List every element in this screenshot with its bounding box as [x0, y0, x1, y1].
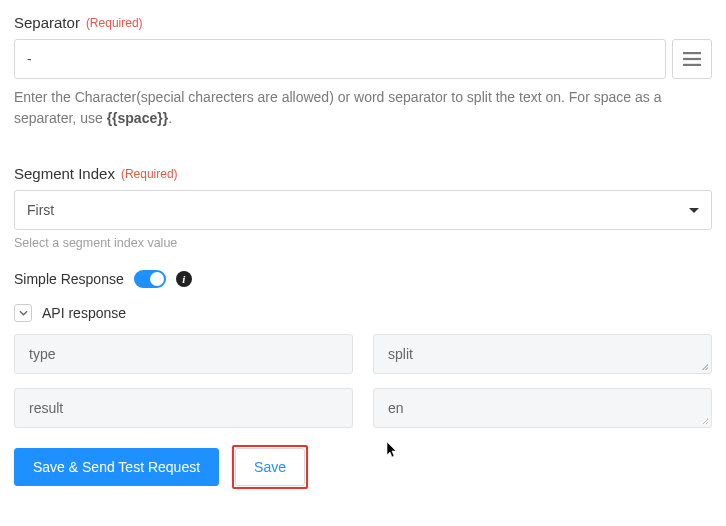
chevron-down-icon [19, 310, 28, 316]
svg-rect-2 [683, 64, 701, 66]
api-key-cell: result [14, 388, 353, 428]
api-response-header: API response [14, 304, 712, 322]
chevron-down-icon [689, 208, 699, 213]
segment-index-label: Segment Index [14, 165, 115, 182]
separator-required-tag: (Required) [86, 16, 143, 30]
separator-label-row: Separator (Required) [14, 14, 712, 31]
api-response-title: API response [42, 305, 126, 321]
separator-help-text: Enter the Character(special charecters a… [14, 87, 712, 129]
segment-index-help: Select a segment index value [14, 236, 712, 250]
api-response-toggle[interactable] [14, 304, 32, 322]
button-row: Save & Send Test Request Save [14, 448, 712, 486]
hamburger-icon [683, 52, 701, 66]
api-response-grid: type split result en [14, 334, 712, 428]
svg-rect-0 [683, 52, 701, 54]
simple-response-toggle[interactable] [134, 270, 166, 288]
save-button-label: Save [254, 459, 286, 475]
api-key-cell: type [14, 334, 353, 374]
toggle-knob [150, 272, 164, 286]
api-value-cell[interactable]: en [373, 388, 712, 428]
segment-index-value: First [27, 202, 54, 218]
simple-response-row: Simple Response i [14, 270, 712, 288]
segment-index-select[interactable]: First [14, 190, 712, 230]
separator-input-row [14, 39, 712, 79]
separator-label: Separator [14, 14, 80, 31]
api-value-cell[interactable]: split [373, 334, 712, 374]
segment-index-field: Segment Index (Required) First Select a … [14, 165, 712, 250]
separator-field: Separator (Required) Enter the Character… [14, 14, 712, 129]
simple-response-label: Simple Response [14, 271, 124, 287]
info-icon[interactable]: i [176, 271, 192, 287]
separator-options-button[interactable] [672, 39, 712, 79]
save-send-test-button[interactable]: Save & Send Test Request [14, 448, 219, 486]
separator-input[interactable] [14, 39, 666, 79]
segment-index-label-row: Segment Index (Required) [14, 165, 712, 182]
segment-index-required-tag: (Required) [121, 167, 178, 181]
save-button[interactable]: Save [235, 448, 305, 486]
svg-rect-1 [683, 58, 701, 60]
